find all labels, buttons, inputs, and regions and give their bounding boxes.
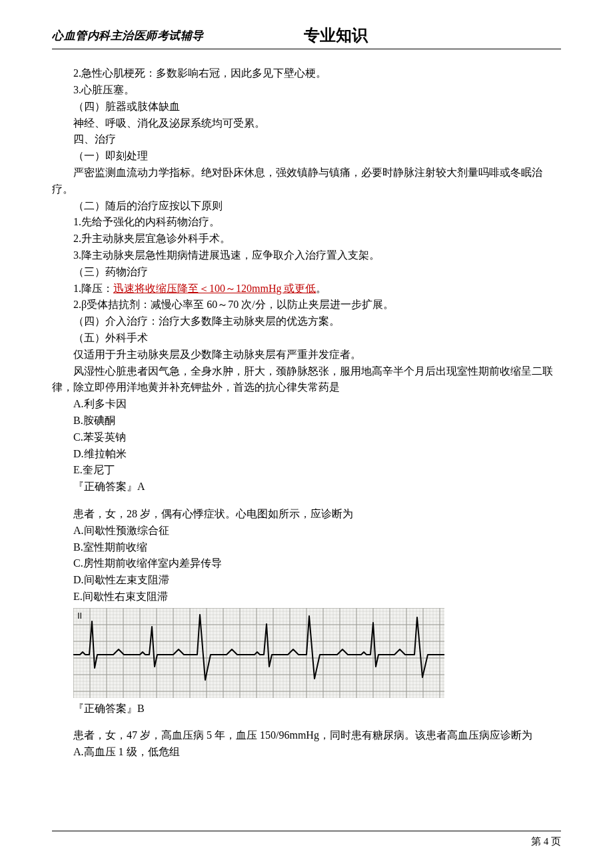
option-c: C.房性期前收缩伴室内差异传导 [52, 555, 561, 572]
main-content: 2.急性心肌梗死：多数影响右冠，因此多见下壁心梗。 3.心脏压塞。 （四）脏器或… [52, 65, 561, 761]
text-line: 2.升主动脉夹层宜急诊外科手术。 [52, 231, 561, 247]
option-e: E.奎尼丁 [52, 462, 561, 479]
answer-line: 『正确答案』A [52, 479, 561, 495]
ecg-svg: II [73, 608, 444, 698]
text-line: 1.先给予强化的内科药物治疗。 [52, 214, 561, 231]
text-line: （三）药物治疗 [52, 264, 561, 281]
page-header: 心血管内科主治医师考试辅导 专业知识 [52, 21, 561, 49]
option-c: C.苯妥英钠 [52, 429, 561, 446]
text-line: （四）介入治疗：治疗大多数降主动脉夹层的优选方案。 [52, 313, 561, 330]
text-line: 2.急性心肌梗死：多数影响右冠，因此多见下壁心梗。 [52, 65, 561, 82]
text-prefix: 1.降压： [73, 283, 113, 294]
page-footer: 第 4 页 [52, 831, 561, 849]
option-b: B.胺碘酮 [52, 413, 561, 429]
ecg-lead-label: II [77, 611, 82, 621]
text-suffix: 。 [316, 283, 326, 294]
text-line: 3.降主动脉夹层急性期病情进展迅速，应争取介入治疗置入支架。 [52, 247, 561, 264]
text-line: （四）脏器或肢体缺血 [52, 99, 561, 115]
emphasis-text: 迅速将收缩压降至＜100～120mmHg 或更低 [113, 283, 316, 294]
option-e: E.间歇性右束支阻滞 [52, 589, 561, 605]
option-a: A.间歇性预激综合征 [52, 523, 561, 539]
option-b: B.室性期前收缩 [52, 539, 561, 556]
question-stem: 患者，女，28 岁，偶有心悸症状。心电图如所示，应诊断为 [52, 506, 561, 523]
text-line: 1.降压：迅速将收缩压降至＜100～120mmHg 或更低。 [52, 281, 561, 297]
text-line: 仅适用于升主动脉夹层及少数降主动脉夹层有严重并发症者。 [52, 347, 561, 363]
text-line: 2.β受体拮抗剂：减慢心率至 60～70 次/分，以防止夹层进一步扩展。 [52, 297, 561, 313]
option-d: D.间歇性左束支阻滞 [52, 572, 561, 589]
text-line: （一）即刻处理 [52, 148, 561, 165]
page-number: 第 4 页 [531, 836, 561, 847]
question-stem: 患者，女，47 岁，高血压病 5 年，血压 150/96mmHg，同时患有糖尿病… [52, 727, 561, 744]
text-line: 3.心脏压塞。 [52, 82, 561, 99]
option-a: A.利多卡因 [52, 396, 561, 413]
text-line: 神经、呼吸、消化及泌尿系统均可受累。 [52, 115, 561, 132]
option-d: D.维拉帕米 [52, 446, 561, 463]
text-line: （五）外科手术 [52, 330, 561, 347]
text-line: （二）随后的治疗应按以下原则 [52, 198, 561, 215]
ecg-figure: II [73, 608, 444, 698]
spacer [52, 717, 561, 727]
spacer [52, 495, 561, 506]
text-line: 四、治疗 [52, 131, 561, 148]
text-paragraph: 严密监测血流动力学指标。绝对卧床休息，强效镇静与镇痛，必要时静脉注射较大剂量吗啡… [52, 165, 561, 198]
answer-line: 『正确答案』B [52, 701, 561, 717]
header-center-title: 专业知识 [111, 23, 562, 47]
option-a: A.高血压 1 级，低危组 [52, 744, 561, 761]
question-stem: 风湿性心脏患者因气急，全身水肿，肝大，颈静脉怒张，服用地高辛半个月后出现室性期前… [52, 363, 561, 397]
